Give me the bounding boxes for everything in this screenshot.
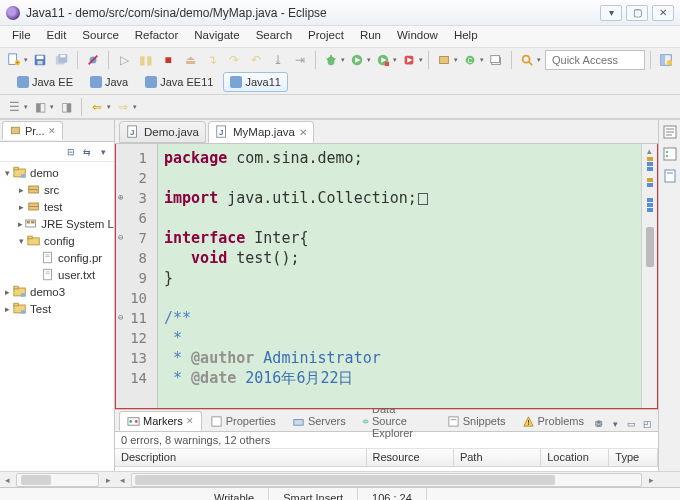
use-step-filters-button[interactable]: ⇥ <box>290 50 310 70</box>
close-icon[interactable]: ✕ <box>48 126 56 136</box>
bottom-tab-markers[interactable]: Markers ✕ <box>119 411 202 431</box>
markers-col-type[interactable]: Type <box>609 449 658 467</box>
editor-tab-demo-java[interactable]: JDemo.java <box>119 121 206 143</box>
scroll-left-button[interactable]: ◂ <box>0 472 14 487</box>
disconnect-button[interactable]: ⏏ <box>180 50 200 70</box>
bottom-tab-servers[interactable]: Servers <box>284 411 354 431</box>
tree-twisty[interactable]: ▸ <box>2 287 13 297</box>
menu-search[interactable]: Search <box>248 26 300 47</box>
shift-right-button[interactable]: ◨ <box>56 97 76 117</box>
close-window-button[interactable] <box>652 5 674 21</box>
perspective-java-ee11[interactable]: Java EE11 <box>138 72 220 92</box>
save-all-button[interactable] <box>52 50 72 70</box>
view-menu-button[interactable]: ▾ <box>96 145 110 159</box>
tree-node-demo[interactable]: ▾demo <box>2 164 114 181</box>
new-package-button[interactable] <box>434 50 454 70</box>
perspective-java[interactable]: Java <box>83 72 135 92</box>
external-tools-button[interactable] <box>399 50 419 70</box>
step-into-button[interactable]: ↴ <box>202 50 222 70</box>
project-tree[interactable]: ▾demo▸src▸test▸JRE System L▾configconfig… <box>0 162 114 471</box>
back-button[interactable]: ⇐ <box>87 97 107 117</box>
tree-twisty[interactable]: ▸ <box>2 304 13 314</box>
bottom-tab-data-source-explorer[interactable]: Data Source Explorer <box>354 411 439 431</box>
explorer-scrollbar[interactable] <box>16 473 99 487</box>
terminate-button[interactable]: ■ <box>158 50 178 70</box>
filter-markers-button[interactable]: ⛃ <box>592 417 606 431</box>
suspend-button[interactable]: ▮▮ <box>136 50 156 70</box>
maximize-button[interactable] <box>626 5 648 21</box>
menu-refactor[interactable]: Refactor <box>127 26 186 47</box>
outline-trim-icon[interactable] <box>662 124 678 140</box>
debug-button[interactable] <box>321 50 341 70</box>
shift-left-button[interactable]: ◧ <box>30 97 50 117</box>
markers-col-location[interactable]: Location <box>541 449 609 467</box>
markers-scrollbar[interactable] <box>131 473 642 487</box>
scroll-right-button[interactable]: ▸ <box>644 472 658 487</box>
tree-twisty[interactable]: ▸ <box>16 202 27 212</box>
overview-ruler[interactable]: ▴ <box>641 144 657 408</box>
menu-project[interactable]: Project <box>300 26 352 47</box>
tasklist-trim-icon[interactable] <box>662 146 678 162</box>
forward-button[interactable]: ⇒ <box>113 97 133 117</box>
menu-window[interactable]: Window <box>389 26 446 47</box>
run-last-button[interactable] <box>373 50 393 70</box>
close-tab-icon[interactable]: ✕ <box>299 127 307 138</box>
tree-node-test[interactable]: ▸Test <box>2 300 114 317</box>
tree-node-user-txt[interactable]: user.txt <box>2 266 114 283</box>
tree-twisty[interactable]: ▸ <box>16 219 24 229</box>
menu-help[interactable]: Help <box>446 26 486 47</box>
close-icon[interactable]: ✕ <box>186 416 194 426</box>
new-button[interactable] <box>4 50 24 70</box>
search-button[interactable] <box>517 50 537 70</box>
minimize-button[interactable] <box>600 5 622 21</box>
tree-node-jre-system-l[interactable]: ▸JRE System L <box>2 215 114 232</box>
code-area[interactable]: package com.sina.demo; import java.util.… <box>158 144 641 408</box>
scroll-left-button[interactable]: ◂ <box>115 472 129 487</box>
view-menu-button[interactable]: ▾ <box>608 417 622 431</box>
perspective-java-ee[interactable]: Java EE <box>10 72 80 92</box>
tree-twisty[interactable]: ▾ <box>16 236 27 246</box>
tree-node-config-pr[interactable]: config.pr <box>2 249 114 266</box>
drop-to-frame-button[interactable]: ⤓ <box>268 50 288 70</box>
markers-col-resource[interactable]: Resource <box>367 449 454 467</box>
step-over-button[interactable]: ↷ <box>224 50 244 70</box>
resume-button[interactable]: ▷ <box>114 50 134 70</box>
menu-source[interactable]: Source <box>74 26 126 47</box>
collapse-all-button[interactable]: ⊟ <box>64 145 78 159</box>
scroll-right-button[interactable]: ▸ <box>101 472 115 487</box>
step-return-button[interactable]: ↶ <box>246 50 266 70</box>
save-button[interactable] <box>30 50 50 70</box>
bottom-tab-snippets[interactable]: Snippets <box>439 411 514 431</box>
open-perspective-button[interactable] <box>656 50 676 70</box>
toggle-comment-button[interactable]: ☰ <box>4 97 24 117</box>
tree-node-src[interactable]: ▸src <box>2 181 114 198</box>
package-explorer-tab[interactable]: Pr... ✕ <box>2 121 63 140</box>
run-button[interactable] <box>347 50 367 70</box>
markers-table-header[interactable]: DescriptionResourcePathLocationType <box>115 449 658 467</box>
menu-file[interactable]: File <box>4 26 39 47</box>
quick-access-input[interactable] <box>545 50 645 70</box>
bottom-tab-problems[interactable]: !Problems <box>514 411 592 431</box>
tree-twisty[interactable]: ▾ <box>2 168 13 178</box>
link-editor-button[interactable]: ⇆ <box>80 145 94 159</box>
menu-navigate[interactable]: Navigate <box>186 26 247 47</box>
perspective-java11[interactable]: Java11 <box>223 72 287 92</box>
menu-edit[interactable]: Edit <box>39 26 75 47</box>
svg-rect-66 <box>449 416 458 425</box>
minimize-view-button[interactable]: ▭ <box>624 417 638 431</box>
tree-twisty[interactable]: ▸ <box>16 185 27 195</box>
markers-col-path[interactable]: Path <box>454 449 541 467</box>
tree-node-demo3[interactable]: ▸demo3 <box>2 283 114 300</box>
bottom-tab-properties[interactable]: Properties <box>202 411 284 431</box>
skip-breakpoints-button[interactable] <box>83 50 103 70</box>
editor-tab-mymap-java[interactable]: JMyMap.java✕ <box>208 121 314 143</box>
editor[interactable]: 12⊕36⊖78910⊖11121314 package com.sina.de… <box>115 144 658 409</box>
menu-run[interactable]: Run <box>352 26 389 47</box>
open-type-button[interactable] <box>486 50 506 70</box>
new-class-button[interactable]: C <box>460 50 480 70</box>
markers-col-description[interactable]: Description <box>115 449 367 467</box>
cheatsheet-trim-icon[interactable] <box>662 168 678 184</box>
tree-node-test[interactable]: ▸test <box>2 198 114 215</box>
tree-node-config[interactable]: ▾config <box>2 232 114 249</box>
maximize-view-button[interactable]: ◰ <box>640 417 654 431</box>
